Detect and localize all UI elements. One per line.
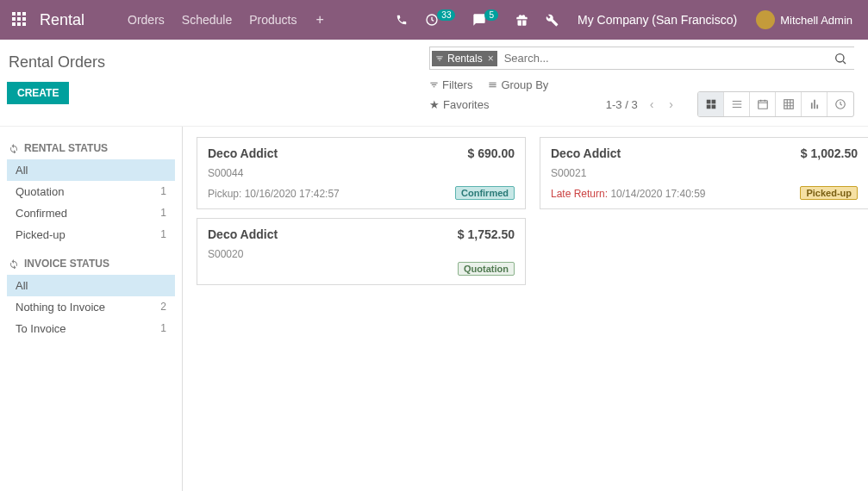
activity-badge: 33 bbox=[437, 9, 455, 21]
svg-rect-3 bbox=[711, 100, 715, 104]
tools-icon[interactable] bbox=[546, 14, 559, 27]
sidebar-item[interactable]: To Invoice1 bbox=[7, 318, 175, 339]
groupby-button[interactable]: Group By bbox=[488, 78, 548, 91]
page-title: Rental Orders bbox=[9, 53, 429, 71]
apps-icon[interactable] bbox=[12, 12, 28, 28]
username: Mitchell Admin bbox=[780, 14, 852, 27]
phone-icon[interactable] bbox=[396, 14, 408, 26]
card-amount: $ 690.00 bbox=[468, 146, 515, 160]
nav-schedule[interactable]: Schedule bbox=[182, 13, 232, 27]
svg-rect-5 bbox=[711, 105, 715, 109]
view-switcher bbox=[697, 91, 854, 117]
svg-rect-6 bbox=[758, 101, 767, 109]
svg-rect-2 bbox=[706, 100, 710, 104]
search-input[interactable] bbox=[501, 49, 828, 67]
avatar bbox=[756, 10, 775, 29]
status-badge: Picked-up bbox=[800, 186, 858, 200]
sidebar-item[interactable]: Quotation1 bbox=[7, 181, 175, 202]
calendar-view-icon[interactable] bbox=[750, 92, 776, 116]
activity-icon[interactable]: 33 bbox=[425, 13, 455, 27]
control-panel: Rental Orders CREATE Rentals × Filters G… bbox=[0, 40, 868, 127]
sidebar-item[interactable]: All bbox=[7, 275, 175, 296]
rental-status-header: RENTAL STATUS bbox=[9, 142, 175, 154]
next-page-icon[interactable]: › bbox=[665, 97, 677, 111]
kanban-area: Deco Addict$ 690.00S00044Pickup: 10/16/2… bbox=[183, 127, 868, 491]
nav-orders[interactable]: Orders bbox=[128, 13, 165, 27]
kanban-view-icon[interactable] bbox=[698, 92, 724, 116]
pivot-view-icon[interactable] bbox=[776, 92, 802, 116]
sidebar-item[interactable]: Picked-up1 bbox=[7, 224, 175, 246]
graph-view-icon[interactable] bbox=[802, 92, 827, 116]
activity-view-icon[interactable] bbox=[827, 92, 853, 116]
card-customer: Deco Addict bbox=[208, 227, 278, 241]
card-date: Late Return: 10/14/2020 17:40:59 bbox=[551, 188, 705, 200]
kanban-card[interactable]: Deco Addict$ 1,002.50S00021Late Return: … bbox=[540, 137, 868, 209]
search-bar: Rentals × bbox=[429, 47, 854, 70]
kanban-card[interactable]: Deco Addict$ 690.00S00044Pickup: 10/16/2… bbox=[197, 137, 526, 209]
status-badge: Confirmed bbox=[455, 186, 515, 200]
card-amount: $ 1,752.50 bbox=[458, 227, 515, 241]
discuss-badge: 5 bbox=[484, 9, 498, 21]
card-ref: S00021 bbox=[551, 167, 858, 179]
remove-filter-icon[interactable]: × bbox=[488, 53, 494, 65]
card-amount: $ 1,002.50 bbox=[801, 146, 858, 160]
filter-tag-rentals[interactable]: Rentals × bbox=[432, 51, 497, 66]
svg-rect-4 bbox=[706, 105, 710, 109]
card-customer: Deco Addict bbox=[551, 146, 621, 160]
sidebar-item[interactable]: Nothing to Invoice2 bbox=[7, 296, 175, 318]
create-button[interactable]: CREATE bbox=[7, 82, 69, 104]
kanban-card[interactable]: Deco Addict$ 1,752.50S00020 Quotation bbox=[197, 218, 526, 285]
svg-rect-7 bbox=[784, 100, 793, 109]
nav-products[interactable]: Products bbox=[249, 13, 297, 27]
search-toolbar: Filters Group By ★ Favorites 1-3 / 3 ‹ › bbox=[429, 75, 854, 126]
status-badge: Quotation bbox=[458, 262, 515, 276]
favorites-button[interactable]: ★ Favorites bbox=[429, 98, 489, 111]
brand[interactable]: Rental bbox=[40, 11, 84, 29]
filters-button[interactable]: Filters bbox=[429, 78, 472, 91]
topbar: Rental Orders Schedule Products + 33 5 M… bbox=[0, 0, 868, 40]
user-menu[interactable]: Mitchell Admin bbox=[756, 10, 852, 29]
list-view-icon[interactable] bbox=[724, 92, 750, 116]
prev-page-icon[interactable]: ‹ bbox=[646, 97, 658, 111]
pager: 1-3 / 3 ‹ › bbox=[606, 91, 854, 117]
sidebar: RENTAL STATUS AllQuotation1Confirmed1Pic… bbox=[0, 127, 183, 491]
invoice-status-header: INVOICE STATUS bbox=[9, 258, 175, 270]
card-ref: S00020 bbox=[208, 248, 515, 260]
company-selector[interactable]: My Company (San Francisco) bbox=[578, 13, 737, 27]
gift-icon[interactable] bbox=[515, 14, 528, 27]
card-ref: S00044 bbox=[208, 167, 515, 179]
sidebar-item[interactable]: All bbox=[7, 159, 175, 181]
card-date: Pickup: 10/16/2020 17:42:57 bbox=[208, 188, 340, 200]
search-icon[interactable] bbox=[828, 52, 852, 65]
add-icon[interactable]: + bbox=[315, 12, 323, 28]
sidebar-item[interactable]: Confirmed1 bbox=[7, 202, 175, 224]
svg-point-1 bbox=[836, 53, 844, 61]
pager-text: 1-3 / 3 bbox=[606, 98, 638, 111]
discuss-icon[interactable]: 5 bbox=[472, 13, 498, 27]
card-customer: Deco Addict bbox=[208, 146, 278, 160]
